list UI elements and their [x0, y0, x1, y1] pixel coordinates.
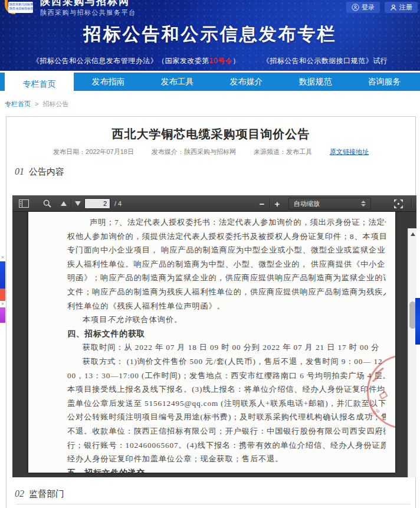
pdf-viewer: / 4 − + 自动缩放 声明；7、法定代表人授权委托书：法定代表人参加询价的，…: [12, 195, 416, 477]
up-arrow-icon: [61, 201, 67, 206]
site-banner: 陕西采购与招标网 陕西省招标投标协会 陕西采购与招标网 陕西采购与招标公共服务平…: [0, 0, 420, 71]
pdf-text-line: 声明；7、法定代表人授权委托书：法定代表人参加询价的，须出示身份证；法定代表人授: [67, 215, 386, 230]
banner-sub-prefix: 《招标公告和公示信息发布管理办法》（国家发改委第: [32, 57, 209, 65]
pdf-text-block: 声明；7、法定代表人授权委托书：法定代表人参加询价的，须出示身份证；法定代表人授…: [28, 212, 395, 473]
main-nav: 专栏首页发布指南发布工具发布媒介数据规范咨询服务: [0, 73, 420, 91]
pdf-text-line: 公对公转账时须注明项目编号及用途(标书费)；及时联系采购代理机构确认报名成功；售…: [67, 410, 386, 424]
login-button[interactable]: 登录: [346, 2, 380, 13]
left-floater-purple-widget[interactable]: [0, 307, 5, 323]
pdf-text-line: 利性单位的《残疾人福利性单位声明函》。: [67, 299, 386, 313]
up-arrow-icon: [411, 232, 415, 236]
logo-association-box: 陕西采购与招标网 陕西省招标投标协会: [8, 2, 33, 13]
section-number: 01: [15, 166, 24, 177]
plus-icon: +: [275, 199, 280, 208]
pdf-text-line: 不退。收款单位：陕西正信招标有限公司；开户银行：中国银行股份有限公司西安四府街支: [67, 424, 386, 438]
tab-1[interactable]: 专栏首页: [5, 73, 74, 96]
pdf-text-line: 盖单位公章后发送至 515612495@qq.com (注明联系人+联系电话+邮…: [67, 396, 386, 411]
banner-subline: 《招标公告和公示信息发布管理办法》（国家发改委第10号令）《招标公告和公示数据接…: [0, 56, 420, 66]
pdf-scrollbar[interactable]: [408, 228, 416, 477]
register-button[interactable]: 注册: [385, 2, 418, 13]
pdf-text-line: 本项目接受线上报名及线下报名。(3)线上报名：将单位介绍信、经办人身份证复印件均…: [67, 382, 386, 396]
pdf-page: 声明；7、法定代表人授权委托书：法定代表人参加询价的，须出示身份证；法定代表人授…: [28, 212, 395, 473]
section-announcement-content: 01 公告内容: [15, 166, 64, 178]
article-meta-item: 发布日期：2022年07月18日: [53, 148, 134, 156]
banner-sub-suffix: 《招标公告和公示数据接口规范》试行: [262, 57, 388, 65]
breadcrumb-home-link[interactable]: 专栏首页: [5, 100, 31, 107]
tab-4[interactable]: 发布媒介: [212, 73, 281, 91]
left-floater-red-widget[interactable]: [0, 289, 5, 301]
banner-sub-close: ）: [232, 57, 240, 65]
banner-title: 招标公告和公示信息发布专栏: [0, 22, 420, 47]
pdf-text-line: 五、招标文件的递交: [67, 466, 386, 473]
pdf-text-line: 获取方式： (1)询价文件售价 500 元/套(人民币)，售后不退，发售时间 9…: [67, 355, 386, 369]
pdf-text-line: 00，13：30—17:00 (工作时间)；发售地点：西安市红缨路南口 6 号均…: [67, 369, 386, 383]
login-label: 登录: [362, 3, 375, 12]
article-meta-item: 发布媒介：陕西采购与招标网: [152, 148, 236, 156]
toolbar-separator: [270, 199, 270, 208]
site-logo[interactable]: 陕西采购与招标网 陕西省招标投标协会 陕西采购与招标网 陕西采购与招标公共服务平…: [5, 0, 136, 17]
tab-3[interactable]: 发布工具: [143, 73, 212, 91]
logo-mini-line2: 陕西省招标投标协会: [9, 7, 28, 11]
pdf-previous-page-button[interactable]: [57, 198, 70, 209]
pdf-next-page-button[interactable]: [71, 198, 84, 209]
login-person-circle-icon: [352, 4, 359, 11]
down-arrow-icon: [75, 201, 81, 206]
content-box: 西北大学铜芯电缆采购项目询价公告 发布日期：2022年07月18日发布媒介：陕西…: [6, 116, 416, 508]
section-divider: [16, 504, 410, 504]
pdf-text-line: 获取时间：从 2022 年 07 月 18 日 09 时 00 分到 2022 …: [67, 340, 386, 355]
breadcrumb-separator: >: [35, 100, 38, 107]
pdf-text-line: 权他人参加询价的，须提供法定代表人授权委托书及被授权人身份证复印件；8、本项目为: [67, 230, 386, 244]
pdf-text-line: 专门面向中小企业项目， 响应产品的制造商应为中型企业或小型、微型企业或监狱企业或…: [67, 243, 386, 257]
floater-close-icon[interactable]: ×: [0, 301, 5, 307]
pdf-text-line: 经办人身份证复印件加盖单位公章；现金获取；售后不退。: [67, 452, 386, 466]
logo-text: 陕西采购与招标网 陕西采购与招标公共服务平台: [40, 0, 136, 17]
left-floater-blue-widget[interactable]: [0, 261, 5, 289]
logo-title: 陕西采购与招标网: [40, 0, 136, 7]
pdf-text-line: 本项目不允许联合体询价。: [67, 313, 386, 327]
logo-subtitle: 陕西采购与招标公共服务平台: [40, 8, 136, 17]
tab-6[interactable]: 咨询服务: [350, 73, 419, 91]
register-label: 注册: [399, 3, 412, 12]
breadcrumb-current: 招标公告: [43, 100, 69, 107]
logo-mark: 陕西采购与招标网 陕西省招标投标协会: [5, 0, 35, 15]
floater-close-icon[interactable]: ×: [0, 255, 5, 260]
pdf-text-line: 四、招标文件的获取: [67, 327, 386, 341]
pdf-toolbar: / 4 − + 自动缩放: [12, 195, 416, 212]
banner-sub-red-decree: 10号令: [209, 57, 232, 65]
section-title: 监督部门: [29, 489, 64, 500]
section-supervision-department: 02 监督部门: [15, 489, 64, 500]
pdf-body: 声明；7、法定代表人授权委托书：法定代表人参加询价的，须出示身份证；法定代表人授…: [12, 212, 416, 477]
article-meta-item: 来源频道：发布工具: [254, 148, 312, 156]
pdf-sidebar-toggle-button[interactable]: [17, 198, 30, 209]
register-person-icon: [390, 4, 397, 11]
article-title: 西北大学铜芯电缆采购项目询价公告: [6, 126, 415, 142]
pdf-presentation-mode-button[interactable]: [392, 198, 405, 209]
auth-buttons: 登录 注册: [346, 2, 418, 13]
minus-icon: −: [260, 199, 265, 208]
scrollbar-up-button[interactable]: [408, 230, 416, 238]
article-meta-row: 发布日期：2022年07月18日发布媒介：陕西采购与招标网来源频道：发布工具原文…: [6, 148, 415, 156]
logo-mini-line1: 陕西采购与招标网: [9, 3, 28, 6]
pdf-text-line: 明函》；响应产品的制造商为监狱企业的，供应商应提供响应产品制造商为监狱企业的证明: [67, 271, 386, 285]
tab-5[interactable]: 数据规范: [281, 73, 350, 91]
pdf-text-line: 行；银行账号：102460065607。(4)线下报名：携带有效的单位介绍信、经…: [67, 438, 386, 453]
section-title: 公告内容: [29, 166, 64, 178]
pdf-text-line: 文件；响应产品的制造商为残疾人福利性单位的，供应商应提供响应产品制造商为残疾人福: [67, 285, 386, 299]
pdf-page-number-input[interactable]: [84, 198, 110, 209]
pdf-page-total: / 4: [114, 200, 122, 207]
pdf-search-button[interactable]: [41, 198, 54, 209]
right-floater-blue-widget[interactable]: [415, 298, 420, 345]
original-link[interactable]: 原文链接地址: [330, 148, 369, 156]
pdf-zoom-out-button[interactable]: −: [255, 198, 268, 209]
section-number: 02: [15, 489, 24, 499]
pdf-zoom-mode-value: 自动缩放: [294, 199, 320, 208]
pdf-zoom-mode-select[interactable]: 自动缩放: [288, 198, 371, 209]
toolbar-separator: [411, 199, 412, 208]
select-caret-icon: [361, 201, 366, 207]
pdf-zoom-in-button[interactable]: +: [271, 198, 284, 209]
pdf-text-line: 疾人福利性单位。响应产品的制造商为中型、小型、微型企业的， 供应商提供《中小企业…: [67, 257, 386, 271]
breadcrumb: 专栏首页 > 招标公告: [5, 100, 69, 109]
tab-2[interactable]: 发布指南: [74, 73, 143, 91]
